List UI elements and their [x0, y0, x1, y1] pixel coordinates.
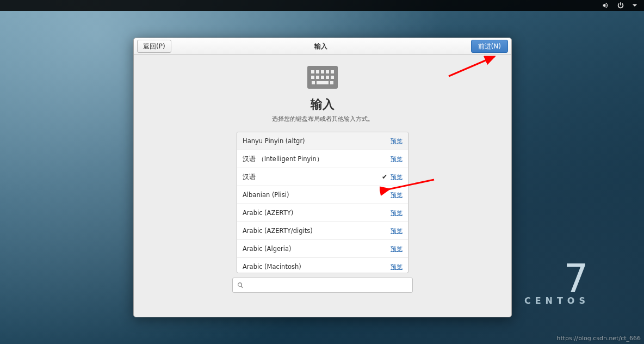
list-item[interactable]: 汉语 ✔预览 — [237, 168, 408, 186]
next-button[interactable]: 前进(N) — [471, 40, 508, 53]
list-item[interactable]: Albanian (Plisi) 预览 — [237, 186, 408, 204]
list-item-label: Arabic (AZERTY/digits) — [243, 227, 313, 235]
list-item-label: 汉语 （Intelligent Pinyin） — [243, 155, 323, 163]
list-item-label: Arabic (Macintosh) — [243, 263, 301, 271]
back-button[interactable]: 返回(P) — [137, 40, 171, 53]
list-item[interactable]: Arabic (AZERTY) 预览 — [237, 204, 408, 222]
page-title: 输入 — [311, 96, 335, 113]
desktop-wallpaper: 返回(P) 输入 前进(N) 输入 选择您的键盘布局或者其他输入方式。 Hany… — [0, 0, 644, 344]
centos-brand: 7 CENTOS — [524, 259, 590, 306]
centos-name: CENTOS — [524, 296, 590, 306]
search-box[interactable] — [232, 278, 413, 293]
preview-link[interactable]: 预览 — [391, 209, 403, 217]
list-item-label: Hanyu Pinyin (altgr) — [243, 137, 305, 145]
search-icon — [237, 282, 244, 288]
power-icon[interactable] — [617, 2, 624, 9]
preview-link[interactable]: 预览 — [391, 245, 403, 253]
dialog-title: 输入 — [171, 42, 471, 51]
list-item-label: Albanian (Plisi) — [243, 191, 289, 199]
menu-arrow-icon[interactable] — [632, 3, 637, 8]
preview-link[interactable]: 预览 — [391, 173, 403, 181]
search-input[interactable] — [247, 281, 408, 290]
dialog-titlebar: 返回(P) 输入 前进(N) — [134, 38, 511, 55]
top-panel — [0, 0, 644, 11]
list-scroll[interactable]: Hanyu Pinyin (altgr) 预览 汉语 （Intelligent … — [237, 132, 408, 273]
preview-link[interactable]: 预览 — [391, 137, 403, 145]
preview-link[interactable]: 预览 — [391, 263, 403, 271]
input-method-list: Hanyu Pinyin (altgr) 预览 汉语 （Intelligent … — [237, 132, 408, 273]
preview-link[interactable]: 预览 — [391, 227, 403, 235]
dialog-content: 输入 选择您的键盘布局或者其他输入方式。 Hanyu Pinyin (altgr… — [134, 55, 511, 317]
preview-link[interactable]: 预览 — [391, 155, 403, 163]
list-item[interactable]: Arabic (AZERTY/digits) 预览 — [237, 222, 408, 240]
check-icon: ✔ — [382, 173, 387, 181]
preview-link[interactable]: 预览 — [391, 191, 403, 199]
keyboard-icon — [307, 66, 338, 89]
list-item[interactable]: Arabic (Macintosh) 预览 — [237, 258, 408, 273]
list-item[interactable]: Hanyu Pinyin (altgr) 预览 — [237, 132, 408, 150]
list-item-label: Arabic (AZERTY) — [243, 209, 293, 217]
sound-icon[interactable] — [602, 2, 609, 9]
centos-version-number: 7 — [524, 259, 590, 298]
initial-setup-dialog: 返回(P) 输入 前进(N) 输入 选择您的键盘布局或者其他输入方式。 Hany… — [133, 38, 512, 317]
list-item-label: 汉语 — [243, 173, 256, 181]
page-subtitle: 选择您的键盘布局或者其他输入方式。 — [272, 115, 374, 123]
watermark: https://blog.csdn.net/ct_666 — [556, 335, 641, 342]
list-item-label: Arabic (Algeria) — [243, 245, 292, 253]
list-item[interactable]: 汉语 （Intelligent Pinyin） 预览 — [237, 150, 408, 168]
list-item[interactable]: Arabic (Algeria) 预览 — [237, 240, 408, 258]
